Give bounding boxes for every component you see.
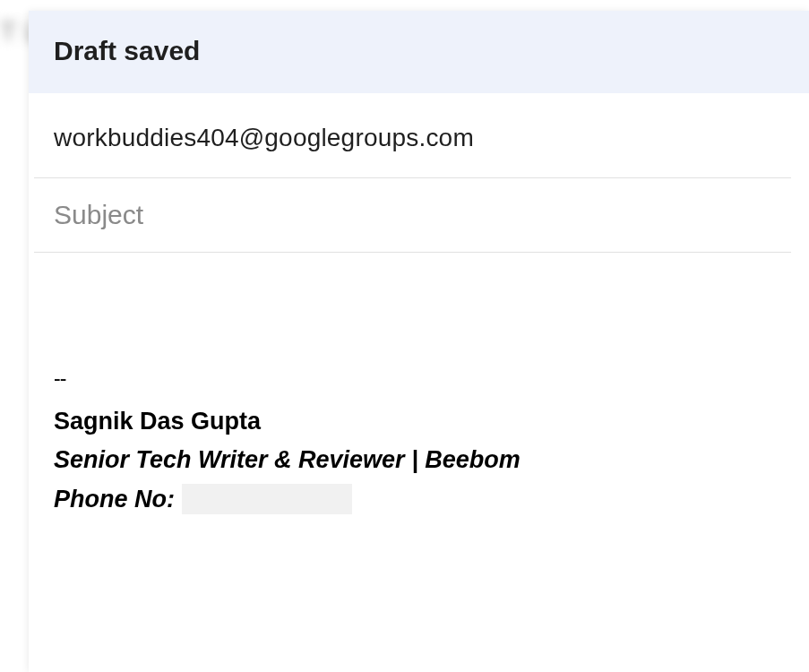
- compose-header: Draft saved: [29, 11, 809, 93]
- recipient-chip-text: workbuddies404@googlegroups.com: [54, 124, 474, 151]
- signature-phone-line: Phone No:: [54, 482, 784, 517]
- subject-input[interactable]: [54, 200, 766, 230]
- signature-phone-label: Phone No:: [54, 482, 175, 517]
- compose-body-content[interactable]: -- Sagnik Das Gupta Senior Tech Writer &…: [54, 278, 784, 547]
- signature-job-title: Senior Tech Writer & Reviewer | Beebom: [54, 443, 784, 481]
- subject-field-row: [34, 178, 791, 253]
- signature-name: Sagnik Das Gupta: [54, 404, 784, 443]
- redacted-phone-number: [182, 484, 352, 514]
- signature-separator: --: [54, 364, 784, 404]
- recipients-field[interactable]: workbuddies404@googlegroups.com: [34, 93, 791, 178]
- compose-window: Draft saved workbuddies404@googlegroups.…: [29, 11, 809, 672]
- compose-body-area[interactable]: -- Sagnik Das Gupta Senior Tech Writer &…: [29, 253, 809, 547]
- compose-status-title: Draft saved: [54, 36, 200, 66]
